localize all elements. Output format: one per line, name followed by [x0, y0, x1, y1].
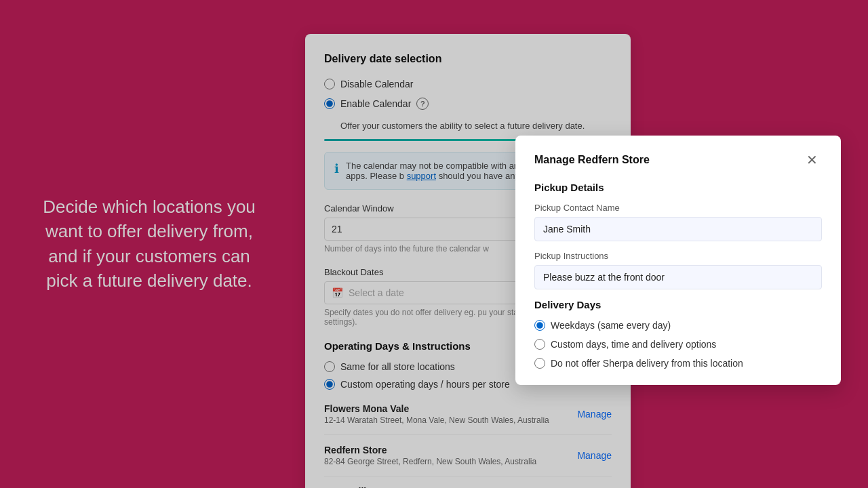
manage-store-modal: Manage Redfern Store ✕ Pickup Details Pi…	[515, 136, 841, 385]
contact-name-value[interactable]: Jane Smith	[534, 217, 822, 241]
delivery-days-radio-group: Weekdays (same every day) Custom days, t…	[534, 320, 822, 369]
delivery-days-title: Delivery Days	[534, 299, 822, 310]
no-delivery-option[interactable]: Do not offer Sherpa delivery from this l…	[534, 358, 822, 369]
no-delivery-label: Do not offer Sherpa delivery from this l…	[551, 358, 743, 369]
contact-name-label: Pickup Contact Name	[534, 203, 822, 213]
modal-title: Manage Redfern Store	[534, 154, 650, 166]
close-button[interactable]: ✕	[802, 152, 822, 168]
instructions-label: Pickup Instructions	[534, 251, 822, 261]
weekdays-option[interactable]: Weekdays (same every day)	[534, 320, 822, 331]
modal-overlay: Manage Redfern Store ✕ Pickup Details Pi…	[0, 0, 868, 488]
weekdays-label: Weekdays (same every day)	[551, 320, 671, 331]
custom-days-option[interactable]: Custom days, time and delivery options	[534, 339, 822, 350]
no-delivery-radio[interactable]	[534, 358, 545, 369]
modal-header: Manage Redfern Store ✕	[534, 152, 822, 168]
pickup-details-title: Pickup Details	[534, 182, 822, 193]
weekdays-radio[interactable]	[534, 320, 545, 331]
custom-days-radio[interactable]	[534, 339, 545, 350]
custom-days-label: Custom days, time and delivery options	[551, 339, 716, 350]
instructions-value[interactable]: Please buzz at the front door	[534, 265, 822, 289]
delivery-days-section: Delivery Days Weekdays (same every day) …	[534, 299, 822, 369]
